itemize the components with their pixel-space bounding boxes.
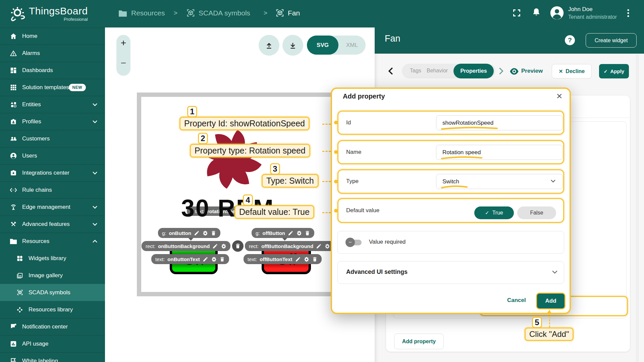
panel-title: Fan — [385, 34, 400, 44]
add-button[interactable]: Add — [536, 293, 566, 309]
sidebar-item-rule-chains[interactable]: Rule chains — [0, 181, 105, 198]
trash-icon[interactable] — [232, 240, 244, 252]
callout-3-label: Type: Switch — [262, 174, 319, 188]
false-toggle-button[interactable]: False — [517, 206, 556, 219]
eye-icon[interactable] — [510, 68, 519, 75]
sidebar-item-resources[interactable]: Resources — [0, 233, 105, 250]
true-toggle-button[interactable]: ✓ True — [474, 206, 514, 219]
sidebar-item-scada-symbols[interactable]: SCADA symbols — [0, 284, 105, 301]
id-connector-dot — [334, 121, 338, 124]
edit-icon[interactable] — [194, 230, 200, 236]
edit-icon[interactable] — [295, 256, 301, 262]
create-widget-button[interactable]: Create widget — [586, 33, 637, 48]
sidebar-item-white-labeling[interactable]: White labeling — [0, 352, 105, 362]
white-labeling-icon — [9, 357, 17, 362]
cancel-button[interactable]: Cancel — [507, 297, 526, 304]
tag-off-text[interactable]: text:offButtonText — [244, 254, 322, 264]
upload-button[interactable] — [259, 35, 279, 56]
breadcrumb-separator-2: > — [264, 9, 267, 17]
sidebar-item-edge-management[interactable]: Edge management — [0, 198, 105, 216]
sidebar-item-customers[interactable]: Customers — [0, 130, 105, 147]
toggle-thumb[interactable]: − — [345, 238, 355, 247]
edit-icon[interactable] — [203, 256, 208, 262]
callout-1-connector — [322, 124, 331, 125]
download-icon — [288, 41, 298, 50]
notifications-bell-icon[interactable] — [532, 7, 541, 17]
sidebar-item-solution-templates[interactable]: Solution templates NEW — [0, 79, 105, 96]
chevron-down-icon — [92, 171, 98, 175]
svg-tab[interactable]: SVG — [307, 36, 338, 55]
tabs-back-icon[interactable] — [388, 67, 394, 75]
apply-button[interactable]: ✓ Apply — [599, 64, 629, 78]
thingsboard-logo: ThingsBoard Professional — [9, 4, 88, 22]
sidebar-item-dashboards[interactable]: Dashboards — [0, 62, 105, 79]
alarm-icon — [9, 49, 17, 57]
breadcrumb-resources[interactable]: Resources — [131, 9, 165, 17]
bar-chart-icon — [9, 340, 17, 348]
callout-4-connector — [322, 212, 331, 213]
gear-icon[interactable] — [202, 230, 208, 236]
sidebar-item-entities[interactable]: Entities — [0, 96, 105, 113]
value-required-label: Value required — [369, 239, 406, 245]
download-button[interactable] — [282, 35, 303, 56]
sidebar-item-users[interactable]: Users — [0, 147, 105, 164]
gear-icon[interactable] — [221, 243, 226, 249]
sidebar-item-resources-library[interactable]: Resources library — [0, 301, 105, 318]
tab-behavior[interactable]: Behavior — [427, 68, 448, 74]
callout-3-number: 3 — [270, 163, 280, 175]
zoom-in-button[interactable]: + — [116, 38, 130, 48]
sidebar-item-integrations-center[interactable]: Integrations center — [0, 164, 105, 181]
gear-icon[interactable] — [211, 256, 217, 262]
sidebar-item-widgets-library[interactable]: Widgets library — [0, 250, 105, 267]
dialog-title: Add property — [343, 93, 385, 100]
default-value-label: Default value — [346, 207, 379, 214]
new-badge: NEW — [69, 84, 86, 91]
sidebar-item-notification-center[interactable]: Notification center — [0, 318, 105, 335]
tabs-forward-icon[interactable] — [498, 67, 504, 75]
folder-icon — [9, 237, 17, 245]
gear-icon[interactable] — [324, 243, 330, 249]
sidebar-item-profiles[interactable]: Profiles — [0, 113, 105, 130]
tab-properties[interactable]: Properties — [453, 64, 494, 78]
folder-icon — [118, 10, 127, 17]
tag-off-group[interactable]: g:offButton — [252, 228, 314, 238]
sidebar-item-image-gallery[interactable]: Image gallery — [0, 267, 105, 284]
edit-icon[interactable] — [316, 243, 322, 249]
tag-on-group[interactable]: g:onButton — [158, 228, 220, 238]
sidebar-item-advanced-features[interactable]: Advanced features — [0, 216, 105, 233]
type-connector-dot — [334, 180, 338, 183]
sidebar-item-home[interactable]: Home — [0, 27, 105, 45]
add-property-button[interactable]: Add property — [394, 334, 444, 349]
apps-grid-icon — [9, 83, 17, 92]
decline-button[interactable]: ✕ Decline — [552, 64, 592, 78]
trash-icon[interactable] — [219, 256, 225, 262]
sidebar-item-alarms[interactable]: Alarms — [0, 45, 105, 62]
preview-button[interactable]: Preview — [521, 68, 543, 74]
gear-icon[interactable] — [304, 256, 309, 262]
tab-tags[interactable]: Tags — [410, 68, 421, 74]
name-underline — [441, 156, 483, 160]
sidebar-item-api-usage[interactable]: API usage — [0, 335, 105, 352]
breadcrumb-scada-symbols[interactable]: SCADA symbols — [199, 9, 250, 17]
gear-icon[interactable] — [296, 230, 302, 236]
help-button[interactable]: ? — [565, 35, 575, 45]
chevron-down-icon — [92, 103, 98, 107]
callout-4-number: 4 — [243, 194, 253, 206]
xml-tab[interactable]: XML — [338, 36, 366, 55]
avatar[interactable] — [550, 6, 564, 20]
edit-icon[interactable] — [212, 243, 218, 249]
rule-chains-icon — [9, 186, 17, 194]
callout-5-dot — [547, 311, 551, 315]
fullscreen-icon[interactable] — [512, 8, 521, 17]
trash-icon[interactable] — [305, 230, 310, 236]
zoom-out-button[interactable]: − — [116, 58, 130, 68]
tag-on-background[interactable]: rect:onButtonBackground — [142, 241, 230, 251]
close-icon[interactable]: ✕ — [556, 92, 562, 101]
tag-on-text[interactable]: text:onButtonText — [151, 254, 229, 264]
trash-icon[interactable] — [312, 256, 318, 262]
kebab-menu-icon[interactable] — [625, 8, 632, 18]
panel-scrollbar[interactable] — [636, 54, 639, 362]
tag-off-background[interactable]: rect:offButtonBackground — [245, 241, 342, 251]
edit-icon[interactable] — [288, 230, 293, 236]
trash-icon[interactable] — [211, 230, 216, 236]
